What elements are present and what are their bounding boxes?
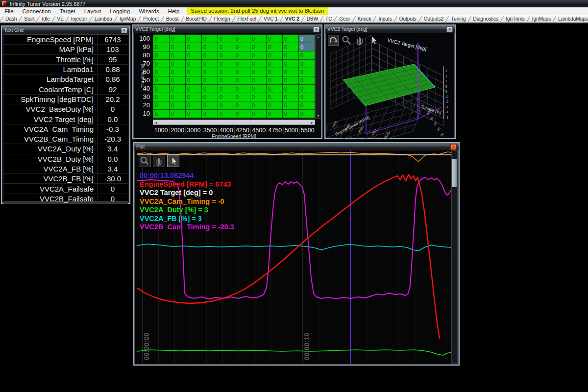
tab-igntrims[interactable]: IgnTrims <box>503 16 528 22</box>
text-grid-row[interactable]: VVC2A_FB [%]3.4 <box>3 164 128 174</box>
map-cell[interactable]: 0 <box>299 85 315 93</box>
tab-ve[interactable]: VE <box>54 16 67 22</box>
pan-tool-icon[interactable] <box>354 35 366 46</box>
map-cell[interactable]: 0 <box>299 93 315 101</box>
map-cell[interactable]: 0 <box>283 93 299 101</box>
tab-outputs[interactable]: Outputs <box>396 16 419 22</box>
map-cell[interactable]: 0 <box>202 85 218 93</box>
text-grid-row[interactable]: EngineSpeed [RPM]6743 <box>3 35 128 45</box>
map-cell[interactable]: 0 <box>299 68 315 76</box>
vvc2-map-titlebar[interactable]: VVC2 Target [deg] ✕ <box>133 25 321 33</box>
tab-lambdamaps[interactable]: LambdaMaps <box>555 16 588 22</box>
map-cell[interactable]: 0 <box>170 101 186 110</box>
rotate-tool-icon[interactable] <box>328 35 339 46</box>
map-cell[interactable]: 0 <box>267 51 283 60</box>
text-grid-row[interactable]: MAP [kPa]103 <box>3 45 128 54</box>
menu-wizards[interactable]: Wizards <box>134 8 164 14</box>
map-cell[interactable]: 0 <box>186 110 202 118</box>
map-cell[interactable]: 0 <box>234 35 250 43</box>
map-cell[interactable]: 0 <box>299 76 315 85</box>
map-cell[interactable]: 0 <box>202 68 218 76</box>
map-cell[interactable]: 0 <box>170 35 186 43</box>
text-grid-row[interactable]: VVC2B_Cam_Timing-20.3 <box>3 134 128 144</box>
map-cell[interactable]: 0 <box>267 93 283 101</box>
text-grid-row[interactable]: VVC2 Target [deg]0.0 <box>3 114 128 124</box>
map-cell[interactable]: 0 <box>218 60 234 68</box>
map-cell[interactable]: 0 <box>186 93 202 101</box>
scroll-left-icon[interactable]: ◄ <box>154 120 158 125</box>
map-cell[interactable]: 0 <box>218 51 234 60</box>
map-cell[interactable]: 0 <box>218 68 234 76</box>
map-cell[interactable]: 0 <box>186 51 202 60</box>
map-cell[interactable]: 0 <box>153 110 170 118</box>
tab-ignmap[interactable]: IgnMap <box>117 16 139 22</box>
map-cell[interactable]: 0 <box>283 35 299 43</box>
text-grid-row[interactable]: CoolantTemp [C]92 <box>3 84 128 94</box>
tab-protect[interactable]: Protect <box>140 16 162 22</box>
scroll-up-icon[interactable]: ▲ <box>317 35 320 39</box>
map-cell[interactable]: 0 <box>202 110 218 118</box>
map-cell[interactable]: 0 <box>267 76 283 85</box>
map-cell[interactable]: 0 <box>250 93 267 101</box>
map-cell[interactable]: 0 <box>299 43 315 51</box>
map-cell[interactable]: 0 <box>170 68 186 76</box>
map-cell[interactable]: 0 <box>250 51 267 60</box>
map-cell[interactable]: 0 <box>267 110 283 118</box>
text-grid-row[interactable]: Lambda10.88 <box>3 65 128 74</box>
map-cell[interactable]: 0 <box>250 43 267 51</box>
map-cell[interactable]: 0 <box>234 101 250 110</box>
map-cell[interactable]: 0 <box>153 35 170 43</box>
map-cell[interactable]: 0 <box>186 85 202 93</box>
scroll-down-icon[interactable]: ▼ <box>316 114 321 118</box>
map-cell[interactable]: 0 <box>234 93 250 101</box>
scroll-right-icon[interactable]: ► <box>310 120 314 125</box>
map-cell[interactable]: 0 <box>153 85 170 93</box>
surface-3d-titlebar[interactable]: VVC2 Target [deg] ✕ <box>325 25 455 33</box>
tab-knock[interactable]: Knock <box>355 16 374 22</box>
menu-file[interactable]: File <box>0 8 18 14</box>
tab-tc[interactable]: TC <box>322 16 335 22</box>
map-cell[interactable]: 0 <box>267 101 283 110</box>
tab-flexfuel[interactable]: FlexFuel <box>235 16 259 22</box>
tab-gear[interactable]: Gear <box>336 16 353 22</box>
tab-ignmaps[interactable]: IgnMaps <box>529 16 554 22</box>
map-cell[interactable]: 0 <box>234 43 250 51</box>
text-grid-row[interactable]: SpkTiming [degBTDC]20.2 <box>3 95 128 104</box>
map-cell[interactable]: 0 <box>283 60 299 68</box>
map-cell[interactable]: 0 <box>202 76 218 85</box>
tab-tuning[interactable]: Tuning <box>448 16 468 22</box>
map-cell[interactable]: 0 <box>170 93 186 101</box>
menu-logging[interactable]: Logging <box>105 8 134 14</box>
zoom-tool-icon[interactable] <box>341 35 352 46</box>
map-cell[interactable]: 0 <box>299 60 315 68</box>
surface-3d-plot[interactable]: VVC2 Target [deg] EngineSpeed [RPM] Thro… <box>325 33 455 139</box>
map-cell[interactable]: 0 <box>234 85 250 93</box>
scrollbar-thumb[interactable] <box>452 159 457 187</box>
map-cell[interactable]: 0 <box>186 43 202 51</box>
map-cell[interactable]: 0 <box>170 60 186 68</box>
map-cell[interactable]: 0 <box>283 68 299 76</box>
map-cell[interactable]: 0 <box>267 60 283 68</box>
tab-idle[interactable]: Idle <box>39 16 52 22</box>
map-cell[interactable]: 0 <box>202 35 218 43</box>
map-cell[interactable]: 0 <box>267 35 283 43</box>
tab-vvc-2[interactable]: VVC 2 <box>282 16 302 22</box>
map-cell[interactable]: 0 <box>186 35 202 43</box>
map-cell[interactable]: 0 <box>153 76 170 85</box>
map-cell[interactable]: 0 <box>153 68 170 76</box>
map-cell[interactable]: 0 <box>250 60 267 68</box>
map-cell[interactable]: 0 <box>250 101 267 110</box>
map-cell[interactable]: 0 <box>299 110 315 118</box>
map-cell[interactable]: 0 <box>186 68 202 76</box>
map-cell[interactable]: 0 <box>170 76 186 85</box>
map-cell[interactable]: 0 <box>283 110 299 118</box>
map-cell[interactable]: 0 <box>153 43 170 51</box>
text-grid-row[interactable]: VVC2A_Failsafe0 <box>3 184 128 194</box>
plot-titlebar[interactable]: Plot ✕ <box>134 143 459 150</box>
cursor-tool-icon[interactable] <box>368 35 379 46</box>
vvc2-map-close-button[interactable]: ✕ <box>313 26 319 32</box>
map-cell[interactable]: 0 <box>218 85 234 93</box>
map-cell[interactable]: 0 <box>299 35 315 43</box>
map-cell[interactable]: 0 <box>202 51 218 60</box>
map-cell[interactable]: 0 <box>234 68 250 76</box>
